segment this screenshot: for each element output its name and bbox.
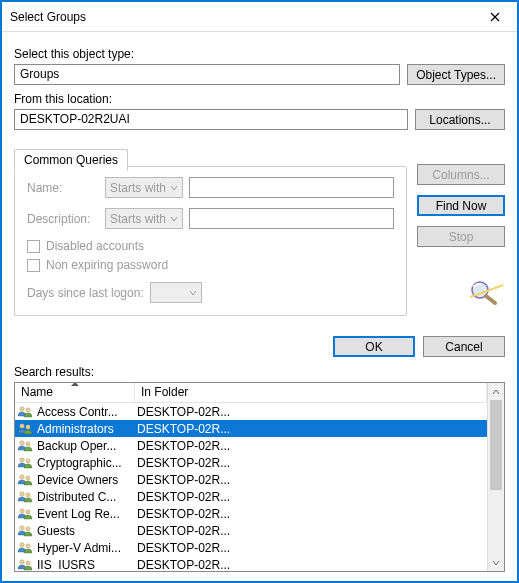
window-title: Select Groups (10, 10, 86, 24)
row-name: Hyper-V Admi... (37, 541, 137, 555)
close-icon (490, 12, 500, 22)
vertical-scrollbar[interactable] (487, 383, 504, 571)
svg-point-4 (26, 424, 30, 428)
list-header: Name In Folder (15, 383, 487, 403)
select-groups-dialog: Select Groups Select this object type: G… (2, 2, 517, 581)
disabled-accounts-checkbox[interactable] (27, 240, 40, 253)
row-name: Administrators (37, 422, 137, 436)
row-folder: DESKTOP-02R... (137, 473, 487, 487)
group-icon (17, 557, 33, 572)
svg-point-3 (20, 423, 25, 428)
table-row[interactable]: GuestsDESKTOP-02R... (15, 522, 487, 539)
row-folder: DESKTOP-02R... (137, 541, 487, 555)
svg-point-5 (20, 440, 25, 445)
row-name: Access Contr... (37, 405, 137, 419)
column-header-folder[interactable]: In Folder (135, 383, 487, 402)
name-mode-value: Starts with (110, 181, 166, 195)
description-filter-label: Description: (27, 212, 99, 226)
columns-button[interactable]: Columns... (417, 164, 505, 185)
table-row[interactable]: Event Log Re...DESKTOP-02R... (15, 505, 487, 522)
svg-point-18 (26, 543, 30, 547)
svg-point-8 (26, 458, 30, 462)
description-mode-combo[interactable]: Starts with (105, 208, 183, 229)
tab-common-queries[interactable]: Common Queries (14, 149, 128, 171)
svg-point-10 (26, 475, 30, 479)
row-folder: DESKTOP-02R... (137, 439, 487, 453)
svg-point-13 (20, 508, 25, 513)
group-icon (17, 421, 33, 437)
object-type-label: Select this object type: (14, 47, 505, 61)
find-now-button[interactable]: Find Now (417, 195, 505, 216)
chevron-down-icon (170, 181, 178, 195)
svg-point-12 (26, 492, 30, 496)
row-folder: DESKTOP-02R... (137, 524, 487, 538)
row-folder: DESKTOP-02R... (137, 405, 487, 419)
table-row[interactable]: Device OwnersDESKTOP-02R... (15, 471, 487, 488)
location-label: From this location: (14, 92, 505, 106)
object-type-field: Groups (14, 64, 400, 85)
row-name: Event Log Re... (37, 507, 137, 521)
row-name: Guests (37, 524, 137, 538)
scroll-thumb[interactable] (490, 400, 502, 490)
table-row[interactable]: AdministratorsDESKTOP-02R... (15, 420, 487, 437)
search-icon (465, 277, 505, 307)
table-row[interactable]: IIS_IUSRSDESKTOP-02R... (15, 556, 487, 571)
sort-ascending-icon (71, 383, 79, 386)
chevron-down-icon (170, 212, 178, 226)
non-expiring-label: Non expiring password (46, 258, 168, 272)
close-button[interactable] (472, 2, 517, 32)
ok-button[interactable]: OK (333, 336, 415, 357)
cancel-button[interactable]: Cancel (423, 336, 505, 357)
chevron-down-icon (189, 286, 197, 300)
svg-point-6 (26, 441, 30, 445)
svg-point-20 (26, 560, 30, 564)
table-row[interactable]: Hyper-V Admi...DESKTOP-02R... (15, 539, 487, 556)
group-icon (17, 506, 33, 522)
name-mode-combo[interactable]: Starts with (105, 177, 183, 198)
row-folder: DESKTOP-02R... (137, 490, 487, 504)
column-header-name[interactable]: Name (15, 383, 135, 402)
scroll-up-button[interactable] (488, 383, 504, 400)
dialog-body: Select this object type: Groups Object T… (2, 32, 517, 582)
results-listview: Name In Folder Access Contr...DESKTOP-02… (14, 382, 505, 572)
svg-point-9 (20, 474, 25, 479)
row-folder: DESKTOP-02R... (137, 507, 487, 521)
table-row[interactable]: Cryptographic...DESKTOP-02R... (15, 454, 487, 471)
svg-point-7 (20, 457, 25, 462)
group-icon (17, 540, 33, 556)
name-filter-input[interactable] (189, 177, 394, 198)
table-row[interactable]: Distributed C...DESKTOP-02R... (15, 488, 487, 505)
row-folder: DESKTOP-02R... (137, 456, 487, 470)
description-filter-input[interactable] (189, 208, 394, 229)
title-bar: Select Groups (2, 2, 517, 32)
row-name: Backup Oper... (37, 439, 137, 453)
svg-point-1 (20, 406, 25, 411)
days-since-logon-label: Days since last logon: (27, 286, 144, 300)
group-icon (17, 455, 33, 471)
svg-point-15 (20, 525, 25, 530)
table-row[interactable]: Access Contr...DESKTOP-02R... (15, 403, 487, 420)
row-name: Cryptographic... (37, 456, 137, 470)
object-types-button[interactable]: Object Types... (407, 64, 505, 85)
svg-point-11 (20, 491, 25, 496)
svg-point-19 (20, 559, 25, 564)
list-rows: Access Contr...DESKTOP-02R... Administra… (15, 403, 487, 571)
disabled-accounts-label: Disabled accounts (46, 239, 144, 253)
group-icon (17, 438, 33, 454)
scroll-down-button[interactable] (488, 554, 504, 571)
row-name: Device Owners (37, 473, 137, 487)
side-buttons: Columns... Find Now Stop (417, 154, 505, 316)
common-queries-panel: Common Queries Name: Starts with Descrip… (14, 166, 407, 316)
stop-button[interactable]: Stop (417, 226, 505, 247)
non-expiring-password-checkbox[interactable] (27, 259, 40, 272)
description-mode-value: Starts with (110, 212, 166, 226)
table-row[interactable]: Backup Oper...DESKTOP-02R... (15, 437, 487, 454)
row-folder: DESKTOP-02R... (137, 422, 487, 436)
row-name: IIS_IUSRS (37, 558, 137, 572)
locations-button[interactable]: Locations... (415, 109, 505, 130)
group-icon (17, 489, 33, 505)
name-filter-label: Name: (27, 181, 99, 195)
group-icon (17, 472, 33, 488)
days-since-logon-combo[interactable] (150, 282, 202, 303)
row-folder: DESKTOP-02R... (137, 558, 487, 572)
